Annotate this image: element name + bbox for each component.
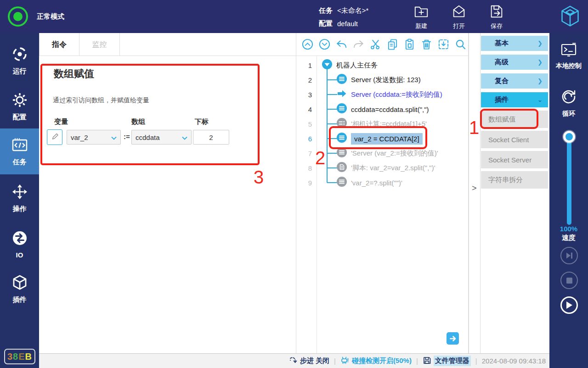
new-task-label: 新建 (415, 22, 427, 30)
category-composite[interactable]: 复合 ❯ (481, 73, 548, 89)
form-description: 通过索引访问数组，并赋值给变量 (53, 96, 149, 105)
chevron-right-icon: ❯ (537, 78, 543, 84)
step-forward-button[interactable] (560, 247, 578, 264)
sidebar-item-run[interactable]: 运行 (0, 39, 39, 83)
tree-row-server-comment[interactable]: 7 'Server (var_2:=接收到的值)' (296, 146, 468, 161)
file-manager-label: 文件管理器 (434, 356, 471, 366)
sidebar-item-task[interactable]: 任务 (0, 128, 39, 174)
sidebar-item-plugin[interactable]: 插件 (0, 267, 39, 311)
search-icon[interactable] (454, 38, 467, 51)
category-basic[interactable]: 基本 ❯ (481, 36, 548, 51)
loop-button[interactable]: 循环 (549, 87, 588, 118)
move-arrows-icon (11, 184, 28, 201)
tree-row-split-comment[interactable]: 9 'var_2=?.split("")' (296, 175, 468, 190)
save-task-button[interactable]: 保存 (481, 2, 512, 32)
config-label: 配置 (319, 19, 333, 28)
sidebar-item-operate[interactable]: 操作 (0, 176, 39, 220)
new-task-button[interactable]: 新建 (406, 2, 436, 32)
save-task-label: 保存 (491, 22, 503, 30)
copy-icon[interactable] (386, 38, 399, 51)
sidebar-item-label: 任务 (13, 158, 27, 167)
collision-robot-icon (340, 356, 350, 366)
next-page-button[interactable] (447, 332, 459, 345)
cut-icon[interactable] (369, 38, 382, 51)
top-bar: 正常模式 任务 <未命名>* 配置 default 新建 (0, 0, 588, 33)
sidebar-item-config[interactable]: 配置 (0, 84, 39, 128)
index-input[interactable] (193, 130, 229, 145)
library-item-array-assign[interactable]: 数组赋值 (481, 111, 548, 128)
command-node-icon-disabled (336, 176, 347, 189)
sidebar-item-label: IO (16, 251, 23, 259)
speed-slider-track[interactable] (567, 133, 571, 225)
local-control-label: 本地控制 (556, 62, 582, 70)
tree-row-server-send[interactable]: 2 Server (发送数据: 123) (296, 72, 468, 87)
collision-detect-status[interactable]: 碰撞检测开启(50%) (340, 356, 412, 366)
array-select[interactable]: ccddata (131, 130, 192, 145)
tree-row-split[interactable]: 4 ccddata=ccddata.split(",") (296, 102, 468, 117)
file-manager-button[interactable]: 文件管理器 (423, 356, 471, 366)
category-label: 复合 (495, 77, 509, 85)
step-mode-icon (289, 356, 298, 366)
save-icon (489, 4, 504, 21)
tree-row-array-assign-selected[interactable]: 6 var_2 = CCDDATA[2] (296, 131, 468, 146)
line-number: 2 (296, 76, 317, 84)
step-mode-status[interactable]: 步进 关闭 (289, 356, 329, 366)
tab-monitor[interactable]: 监控 (79, 33, 120, 56)
speed-label: 速度 (549, 234, 588, 242)
sidebar-item-io[interactable]: IO (0, 222, 39, 266)
local-control-button[interactable]: 本地控制 (549, 42, 588, 70)
panel-collapse-strip: > (469, 33, 481, 353)
task-name: <未命名>* (337, 6, 368, 15)
play-button[interactable] (560, 296, 578, 314)
tree-row-camera-calc[interactable]: 5 '相机计算:=ccddata[1]+5' (296, 117, 468, 131)
library-item-socket-client[interactable]: Socket Client (481, 131, 548, 148)
delete-icon[interactable] (420, 38, 433, 51)
tree-row-script-comment[interactable]: 8 '脚本: var_2=var_2.split(",")' (296, 161, 468, 175)
status-bar: 步进 关闭 | 碰撞检测开启(50%) | 文件管理器 | (39, 353, 549, 368)
insert-icon[interactable] (437, 38, 450, 51)
stop-button[interactable] (560, 272, 578, 289)
node-text: Server (发送数据: 123) (351, 76, 421, 84)
library-item-string-split[interactable]: 字符串拆分 (481, 171, 548, 189)
io-arrows-icon (11, 230, 28, 248)
instruction-library-panel: 基本 ❯ 高级 ❯ 复合 ❯ 插件 ⌄ 数组赋值 Socket Client S… (481, 33, 549, 353)
file-manager-icon (423, 356, 431, 366)
node-text-selected: var_2 = CCDDATA[2] (351, 133, 423, 145)
separator: | (416, 357, 418, 365)
category-plugin[interactable]: 插件 ⌄ (481, 92, 548, 107)
line-number: 4 (296, 106, 317, 113)
expand-panel-chevron-icon[interactable]: > (472, 184, 477, 193)
program-tree-panel: 1 机器人主任务 2 Server (发送数据: 123) 3 Server (… (296, 33, 469, 353)
line-number: 8 (296, 164, 317, 172)
speed-slider-knob[interactable] (563, 131, 575, 143)
tab-instruction[interactable]: 指令 (39, 33, 79, 56)
separator: | (475, 357, 477, 365)
move-up-icon[interactable] (301, 38, 314, 51)
terminal-icon (560, 42, 577, 59)
variable-select[interactable]: var_2 (67, 130, 121, 145)
array-field-label: 数组 (131, 117, 145, 126)
script-node-icon (336, 162, 347, 174)
index-field-label: 下标 (195, 117, 209, 126)
category-advanced[interactable]: 高级 ❯ (481, 55, 548, 70)
command-node-icon (336, 132, 347, 145)
config-name: default (337, 20, 358, 28)
edit-variable-button[interactable] (47, 129, 62, 145)
mode-label: 正常模式 (37, 0, 64, 33)
line-number: 6 (296, 135, 317, 143)
undo-icon[interactable] (335, 38, 348, 51)
move-down-icon[interactable] (318, 38, 331, 51)
collision-detect-label: 碰撞检测开启(50%) (352, 357, 412, 365)
tree-row-main-task[interactable]: 1 机器人主任务 (296, 58, 468, 72)
paste-icon[interactable] (403, 38, 416, 51)
chevron-down-icon: ⌄ (537, 96, 543, 103)
task-config-block: 任务 <未命名>* 配置 default (319, 4, 368, 30)
redo-icon[interactable] (352, 38, 365, 51)
array-value: ccddata (136, 134, 160, 141)
variable-field-label: 变量 (54, 117, 68, 126)
tree-row-server-receive[interactable]: 3 Server (ccddata:=接收到的值) (296, 87, 468, 102)
open-task-button[interactable]: 打开 (444, 2, 474, 32)
collapse-node-icon[interactable] (322, 59, 333, 72)
form-tab-bar: 指令 监控 (39, 33, 296, 56)
library-item-socket-server[interactable]: Socket Server (481, 151, 548, 168)
